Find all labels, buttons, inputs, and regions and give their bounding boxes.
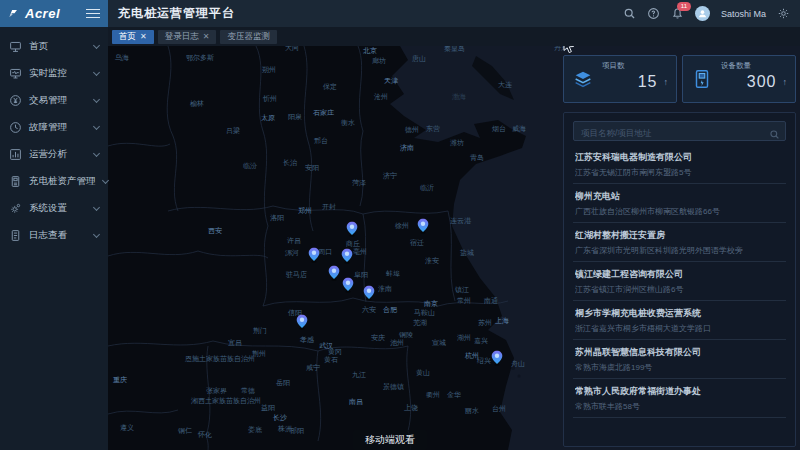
project-name: 常熟市人民政府常福街道办事处 — [575, 385, 784, 398]
right-panel: 项目数15↑设备数量300↑ 江苏安科瑞电器制造有限公司江苏省无锡江阴市南闸东盟… — [563, 55, 796, 447]
map-city-label: 廊坊 — [372, 57, 386, 65]
project-list-item[interactable]: 江苏安科瑞电器制造有限公司江苏省无锡江阴市南闸东盟路5号 — [573, 145, 786, 184]
map-pin[interactable] — [347, 222, 358, 237]
map-city-label: 湖州 — [457, 334, 471, 341]
map-city-label: 荆门 — [253, 327, 267, 334]
map-city-label: 台州 — [492, 405, 506, 413]
map-pin[interactable] — [297, 315, 308, 330]
sidebar-item-label: 系统设置 — [29, 202, 87, 215]
map-city-label: 宿迁 — [410, 238, 424, 246]
map-city-label: 盐城 — [460, 249, 474, 256]
charger-icon — [691, 68, 713, 90]
page-title: 充电桩运营管理平台 — [118, 5, 235, 22]
notification-badge: 11 — [677, 2, 691, 11]
map-city-label: 镇江 — [454, 286, 469, 294]
map-city-label: 临沂 — [420, 184, 434, 192]
map-city-label: 恩施土家族苗族自治州 — [185, 355, 255, 363]
project-address: 常熟市联丰路58号 — [575, 401, 784, 412]
user-name[interactable]: Satoshi Ma — [721, 9, 766, 19]
help-icon[interactable] — [647, 7, 660, 20]
map-pin[interactable] — [492, 351, 503, 366]
map-pin[interactable] — [418, 219, 429, 234]
stat-value: 15 — [638, 73, 658, 91]
project-address: 常熟市海虞北路199号 — [575, 362, 784, 373]
sidebar-item-运营分析[interactable]: 运营分析 — [0, 141, 108, 168]
chevron-down-icon — [93, 203, 100, 210]
tab-bar: 首页✕登录日志✕变压器监测 — [108, 27, 800, 46]
project-address: 广西壮族自治区柳州市柳南区航银路66号 — [575, 206, 784, 217]
project-address: 江苏省镇江市润州区檀山路6号 — [575, 284, 784, 295]
map-city-label: 临汾 — [243, 162, 257, 170]
map-pin[interactable] — [309, 248, 320, 263]
project-search-input[interactable] — [574, 124, 785, 142]
map-city-label: 湘西土家族苗族自治州 — [191, 397, 261, 405]
map-pin[interactable] — [343, 278, 354, 293]
map-city-label: 大同 — [285, 46, 299, 51]
avatar[interactable] — [695, 6, 710, 21]
map-city-label: 朔州 — [262, 66, 276, 73]
map-city-label: 洛阳 — [270, 214, 284, 222]
gear-icon[interactable] — [777, 7, 790, 20]
map-city-label: 绍兴 — [476, 357, 491, 365]
search-icon[interactable] — [623, 7, 636, 20]
map-city-label: 舟山 — [511, 360, 525, 367]
tab-close-icon[interactable]: ✕ — [203, 33, 210, 41]
map-pin[interactable] — [342, 249, 353, 264]
map-city-label: 周口 — [318, 248, 332, 256]
project-list-item[interactable]: 镇江绿建工程咨询有限公司江苏省镇江市润州区檀山路6号 — [573, 262, 786, 301]
sea-label: 渤海 — [452, 93, 466, 101]
map-city-label: 遵义 — [120, 424, 134, 432]
menu-toggle-icon[interactable] — [86, 9, 100, 19]
map-city-label: 菏泽 — [352, 179, 366, 187]
map-city-label: 潍坊 — [450, 139, 464, 147]
map-city-label: 黄石 — [324, 356, 338, 364]
map-city-label: 宣城 — [432, 339, 446, 346]
project-name: 桐乡市学桐充电桩收费运营系统 — [575, 307, 784, 320]
stat-card-项目数: 项目数15↑ — [563, 55, 677, 103]
mobile-view-button[interactable]: 移动端观看 — [353, 430, 427, 450]
chevron-down-icon — [93, 230, 100, 237]
map-city-label: 金华 — [447, 391, 461, 399]
sidebar-item-日志查看[interactable]: 日志查看 — [0, 222, 108, 249]
map-city-label: 烟台 — [492, 125, 506, 133]
project-list-item[interactable]: 常熟市人民政府常福街道办事处常熟市联丰路58号 — [573, 379, 786, 418]
tab-变压器监测[interactable]: 变压器监测 — [220, 30, 277, 44]
project-name: 镇江绿建工程咨询有限公司 — [575, 268, 784, 281]
sidebar-item-实时监控[interactable]: 实时监控 — [0, 60, 108, 87]
project-list-item[interactable]: 苏州晶联智慧信息科技有限公司常熟市海虞北路199号 — [573, 340, 786, 379]
map-city-label: 咸宁 — [306, 364, 320, 371]
map-city-label: 石家庄 — [313, 109, 334, 117]
china-map[interactable]: 乌海鄂尔多斯大同朔州北京廊坊唐山秦皇岛天津大连丹东保定沧州榆林忻州太原阳泉石家庄… — [108, 46, 800, 450]
map-city-label: 黄冈 — [328, 348, 342, 356]
map-city-label: 长治 — [283, 159, 298, 167]
map-city-label: 大连 — [498, 81, 512, 89]
sidebar-item-交易管理[interactable]: 交易管理 — [0, 87, 108, 114]
sidebar-item-系统设置[interactable]: 系统设置 — [0, 195, 108, 222]
sidebar-item-首页[interactable]: 首页 — [0, 33, 108, 60]
project-list-panel: 江苏安科瑞电器制造有限公司江苏省无锡江阴市南闸东盟路5号柳州充电站广西壮族自治区… — [563, 112, 796, 447]
map-pin[interactable] — [329, 266, 340, 281]
tab-首页[interactable]: 首页✕ — [112, 30, 154, 44]
project-name: 柳州充电站 — [575, 190, 784, 203]
sidebar-item-充电桩资产管理[interactable]: 充电桩资产管理 — [0, 168, 108, 195]
project-list-item[interactable]: 桐乡市学桐充电桩收费运营系统浙江省嘉兴市桐乡市梧桐大道文学路口 — [573, 301, 786, 340]
layers-icon — [572, 68, 594, 90]
map-city-label: 驻马店 — [285, 270, 307, 278]
tab-close-icon[interactable]: ✕ — [140, 33, 147, 41]
map-city-label: 景德镇 — [383, 383, 404, 391]
map-city-label: 唐山 — [412, 54, 426, 62]
map-city-label: 常州 — [457, 297, 471, 304]
notifications-bell-icon[interactable]: 11 — [671, 7, 684, 20]
map-city-label: 衡水 — [341, 119, 355, 127]
map-city-label: 益阳 — [261, 404, 275, 412]
tab-登录日志[interactable]: 登录日志✕ — [158, 30, 217, 44]
sidebar-item-故障管理[interactable]: 故障管理 — [0, 114, 108, 141]
map-city-label: 宜昌 — [228, 339, 242, 347]
sidebar-item-label: 日志查看 — [29, 229, 87, 242]
trend-up-icon: ↑ — [783, 77, 788, 87]
project-list-item[interactable]: 柳州充电站广西壮族自治区柳州市柳南区航银路66号 — [573, 184, 786, 223]
map-city-label: 岳阳 — [276, 379, 290, 387]
search-icon[interactable] — [769, 126, 780, 137]
map-city-label: 北京 — [363, 47, 377, 55]
project-list-item[interactable]: 红湖村整村搬迁安置房广东省深圳市光明新区科圳路光明外国语学校旁 — [573, 223, 786, 262]
